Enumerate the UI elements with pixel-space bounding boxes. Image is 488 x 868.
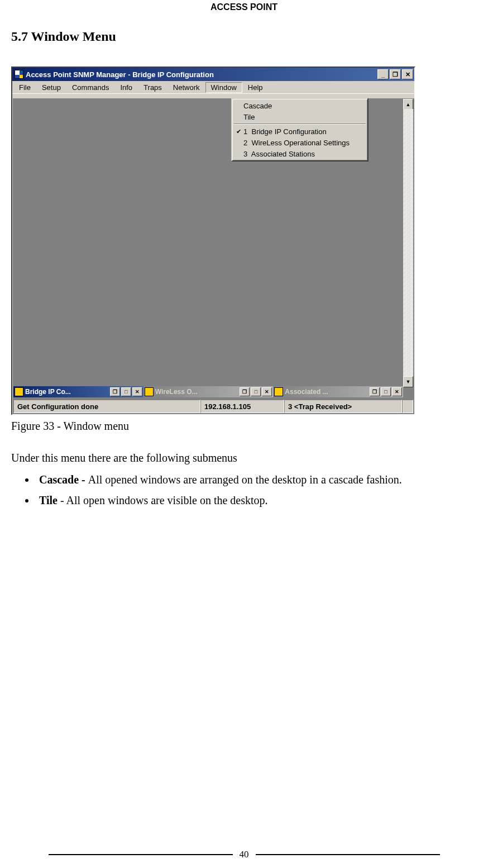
section-title: 5.7 Window Menu xyxy=(11,29,477,44)
mdi-maximize-button[interactable]: □ xyxy=(381,387,391,396)
mdi-restore-button[interactable]: ❐ xyxy=(240,387,250,396)
menu-label: 2 WireLess Operational Settings xyxy=(243,139,366,147)
mdi-window-bridge-ip[interactable]: Bridge IP Co... ❐ □ ✕ xyxy=(13,386,143,397)
term: Cascade - xyxy=(39,473,88,486)
app-icon xyxy=(15,70,23,79)
mdi-restore-button[interactable]: ❐ xyxy=(110,387,120,396)
menu-label: 3 Associated Stations xyxy=(243,150,366,158)
mdi-restore-button[interactable]: ❐ xyxy=(370,387,380,396)
mdi-title: Associated ... xyxy=(285,388,369,396)
menu-commands[interactable]: Commands xyxy=(66,82,114,93)
menu-label: Cascade xyxy=(243,102,366,110)
bolt-icon xyxy=(145,387,154,396)
menu-item-cascade[interactable]: Cascade xyxy=(233,100,366,111)
bullet-list: Cascade - All opened windows are arrange… xyxy=(36,471,477,509)
figure-caption: Figure 33 - Window menu xyxy=(11,420,477,433)
vertical-scrollbar[interactable]: ▲ ▼ xyxy=(403,99,413,387)
scroll-down-button[interactable]: ▼ xyxy=(403,376,413,387)
intro-paragraph: Under this menu there are the following … xyxy=(11,449,477,467)
mdi-close-button[interactable]: ✕ xyxy=(262,387,272,396)
menu-network[interactable]: Network xyxy=(168,82,205,93)
menu-item-tile[interactable]: Tile xyxy=(233,111,366,122)
mdi-window-wireless[interactable]: WireLess O... ❐ □ ✕ xyxy=(143,386,274,397)
menu-traps[interactable]: Traps xyxy=(138,82,168,93)
mdi-minimized-bar: Bridge IP Co... ❐ □ ✕ WireLess O... ❐ □ … xyxy=(13,386,403,397)
menubar: File Setup Commands Info Traps Network W… xyxy=(12,81,414,93)
status-message: Get Configuration done xyxy=(13,400,200,413)
restore-button[interactable]: ❐ xyxy=(390,69,401,79)
menu-text: Bridge IP Configuration xyxy=(251,127,326,136)
mdi-title: WireLess O... xyxy=(155,388,239,396)
menu-item-win3[interactable]: 3 Associated Stations xyxy=(233,148,366,159)
app-window: Access Point SNMP Manager - Bridge IP Co… xyxy=(11,67,415,415)
menu-num: 3 xyxy=(243,150,247,158)
page-number: 40 xyxy=(240,849,249,860)
menu-num: 1 xyxy=(243,127,247,136)
close-button[interactable]: ✕ xyxy=(402,69,413,79)
menu-label: Tile xyxy=(243,113,366,121)
status-trap: 3 <Trap Received> xyxy=(284,400,402,413)
list-item: Tile - All open windows are visible on t… xyxy=(36,492,477,509)
mdi-maximize-button[interactable]: □ xyxy=(121,387,131,396)
mdi-window-associated[interactable]: Associated ... ❐ □ ✕ xyxy=(273,386,403,397)
menu-file[interactable]: File xyxy=(13,82,36,93)
mdi-close-button[interactable]: ✕ xyxy=(392,387,402,396)
join: - xyxy=(58,494,66,506)
menu-num: 2 xyxy=(243,139,247,147)
status-ip: 192.168.1.105 xyxy=(200,400,284,413)
resize-grip-icon[interactable] xyxy=(402,400,413,413)
term: Tile xyxy=(39,494,58,506)
titlebar: Access Point SNMP Manager - Bridge IP Co… xyxy=(12,68,414,81)
menu-separator xyxy=(234,124,366,125)
menu-info[interactable]: Info xyxy=(114,82,138,93)
menu-text: Associated Stations xyxy=(251,150,315,158)
statusbar: Get Configuration done 192.168.1.105 3 <… xyxy=(13,400,413,413)
running-header: ACCESS POINT xyxy=(11,0,477,12)
desc: All open windows are visible on the desk… xyxy=(66,494,268,506)
mdi-close-button[interactable]: ✕ xyxy=(132,387,142,396)
menu-label: 1 Bridge IP Configuration xyxy=(243,127,366,136)
window-menu-dropdown: Cascade Tile ✔ 1 Bridge IP Configuration… xyxy=(231,98,369,162)
mdi-maximize-button[interactable]: □ xyxy=(251,387,261,396)
menu-item-win1[interactable]: ✔ 1 Bridge IP Configuration xyxy=(233,126,366,137)
client-area: Cascade Tile ✔ 1 Bridge IP Configuration… xyxy=(13,99,413,387)
page-footer: 40 xyxy=(0,849,488,860)
menu-item-win2[interactable]: 2 WireLess Operational Settings xyxy=(233,137,366,148)
desc: All opened windows are arranged on the d… xyxy=(88,473,402,486)
list-item: Cascade - All opened windows are arrange… xyxy=(36,471,477,488)
mdi-title: Bridge IP Co... xyxy=(25,388,109,396)
menu-help[interactable]: Help xyxy=(242,82,269,93)
menu-text: WireLess Operational Settings xyxy=(251,139,350,147)
scroll-up-button[interactable]: ▲ xyxy=(403,99,413,110)
window-title: Access Point SNMP Manager - Bridge IP Co… xyxy=(26,70,376,79)
bolt-icon xyxy=(15,387,23,396)
menu-window[interactable]: Window xyxy=(205,82,242,93)
menu-setup[interactable]: Setup xyxy=(36,82,66,93)
minimize-button[interactable]: _ xyxy=(377,69,389,79)
footer-rule-right xyxy=(256,854,440,855)
checkmark-icon: ✔ xyxy=(233,128,243,135)
bolt-icon xyxy=(274,387,283,396)
scroll-track[interactable] xyxy=(403,109,413,377)
footer-rule-left xyxy=(49,854,233,855)
